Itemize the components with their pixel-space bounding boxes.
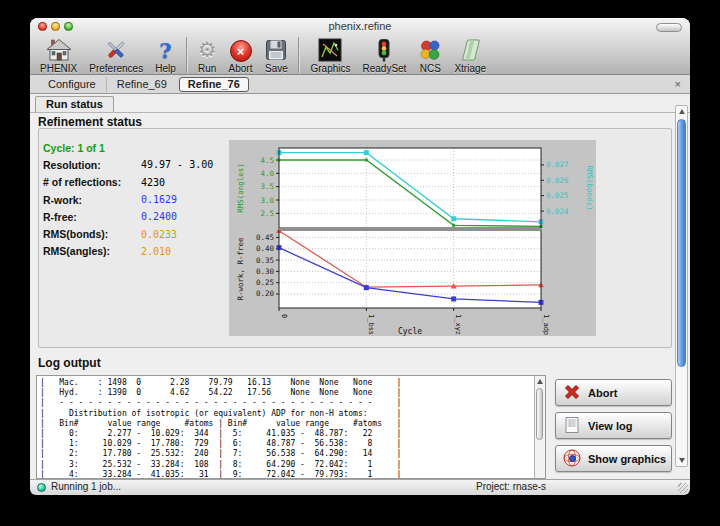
svg-text:0.30: 0.30 <box>256 267 275 276</box>
scroll-down-icon[interactable] <box>679 458 685 463</box>
toolbar-separator <box>298 37 300 73</box>
svg-text:0.45: 0.45 <box>256 233 274 242</box>
crystal-icon <box>458 37 482 62</box>
log-line: | 1: 10.029 - 17.780: 729 | 6: 48.787 - … <box>40 439 545 449</box>
stat-value: 0.1629 <box>141 194 177 205</box>
svg-text:R-work, R-free: R-work, R-free <box>236 237 245 301</box>
svg-text:0: 0 <box>280 314 288 318</box>
toolbar-button-graphics[interactable]: Graphics <box>304 37 356 74</box>
toolbar-button-help[interactable]: ? Help <box>149 37 182 74</box>
toolbar: PHENIX Preferences <box>30 34 690 76</box>
svg-text:0.35: 0.35 <box>256 256 274 265</box>
scroll-up-icon[interactable] <box>537 379 543 384</box>
toolbar-label: Save <box>265 63 288 74</box>
svg-text:3.5: 3.5 <box>260 182 274 191</box>
zoom-window-button[interactable] <box>64 22 73 31</box>
tab-run-status[interactable]: Run status <box>35 96 114 112</box>
toolbar-label: Run <box>198 63 216 74</box>
svg-text:0.026: 0.026 <box>546 176 569 185</box>
stat-value: 0.0233 <box>141 229 177 240</box>
log-line: | Bin# value range #atoms | Bin# value r… <box>40 419 545 429</box>
toolbar-button-readyset[interactable]: ReadySet <box>356 37 412 74</box>
log-line: | 2: 17.780 - 25.532: 240 | 7: 56.538 - … <box>40 449 545 459</box>
toolbar-button-preferences[interactable]: Preferences <box>83 37 149 74</box>
svg-text:0.027: 0.027 <box>546 160 569 169</box>
toolbar-label: Preferences <box>89 63 143 74</box>
log-line: | Hyd. : 1390 0 4.62 54.22 17.56 None No… <box>40 388 545 398</box>
toolbar-label: Abort <box>229 63 253 74</box>
refinement-status-panel: Cycle: 1 of 1 Resolution: 49.97 - 3.00 #… <box>38 128 672 348</box>
log-lines: | Mac. : 1498 0 2.28 79.79 16.13 None No… <box>37 376 545 479</box>
close-window-button[interactable] <box>38 22 47 31</box>
svg-text:RMS(bonds): RMS(bonds) <box>585 165 594 210</box>
tab-refine-76[interactable]: Refine_76 <box>179 77 249 92</box>
svg-text:4.5: 4.5 <box>260 156 274 165</box>
stat-value: 2.010 <box>141 246 171 257</box>
toolbar-label: PHENIX <box>40 63 77 74</box>
stat-label: RMS(angles): <box>43 245 141 257</box>
scrollbar-thumb[interactable] <box>677 119 686 367</box>
stat-label: Resolution: <box>43 159 141 171</box>
window-title: phenix.refine <box>30 18 690 35</box>
stat-label: R-free: <box>43 211 141 223</box>
toolbar-button-save[interactable]: Save <box>258 37 294 74</box>
toolbar-button-ncs[interactable]: NCS <box>412 37 448 74</box>
tab-refine-69[interactable]: Refine_69 <box>107 77 177 92</box>
toolbar-label: Xtriage <box>454 63 486 74</box>
toolbar-button-abort[interactable]: × Abort <box>223 37 259 74</box>
svg-text:0.025: 0.025 <box>546 191 569 200</box>
stat-value: 4230 <box>141 177 165 188</box>
resize-grip[interactable] <box>678 483 688 493</box>
main-content: Run status Refinement status Cycle: 1 of… <box>30 94 690 479</box>
show-graphics-button[interactable]: Show graphics <box>555 445 672 472</box>
help-icon: ? <box>159 37 171 62</box>
svg-text:Cycle: Cycle <box>398 327 422 336</box>
gear-icon: ⚙ <box>198 37 217 62</box>
svg-text:1_xyz: 1_xyz <box>454 314 462 335</box>
svg-text:3.0: 3.0 <box>260 196 274 205</box>
close-tab-icon[interactable]: × <box>675 79 681 90</box>
window-chrome: phenix.refine PHENIX <box>30 18 690 75</box>
toolbar-separator <box>186 37 188 73</box>
abort-button[interactable]: Abort <box>555 379 672 406</box>
log-line: | - - - - - - - - - - - - - - - - - - - … <box>40 398 545 408</box>
log-scrollbar-thumb[interactable] <box>536 388 543 440</box>
svg-text:0.20: 0.20 <box>256 289 275 298</box>
view-log-button[interactable]: View log <box>555 412 672 439</box>
abort-x-icon <box>562 382 582 404</box>
window-controls <box>38 22 73 31</box>
log-scrollbar[interactable] <box>534 376 545 478</box>
tools-icon <box>104 37 128 62</box>
titlebar[interactable]: phenix.refine <box>30 18 690 34</box>
running-status-icon <box>37 483 46 492</box>
toolbar-button-phenix[interactable]: PHENIX <box>34 37 83 74</box>
refinement-status-heading: Refinement status <box>38 115 142 129</box>
minimize-window-button[interactable] <box>51 22 60 31</box>
toolbar-button-run[interactable]: ⚙ Run <box>192 37 223 74</box>
tab-bar: Configure Refine_69 Refine_76 × <box>30 75 690 94</box>
abort-button-label: Abort <box>588 387 617 399</box>
log-line: | 4: 33.284 - 41.035: 31 | 9: 72.042 - 7… <box>40 470 545 479</box>
scroll-up-icon[interactable] <box>679 109 685 114</box>
status-bar: Running 1 job... Project: rnase-s <box>30 479 690 495</box>
toolbar-toggle-button[interactable] <box>656 23 682 32</box>
stat-label: # of reflections: <box>43 176 141 188</box>
log-line: | 3: 25.532 - 33.284: 108 | 8: 64.290 - … <box>40 460 545 470</box>
cycle-label: Cycle: 1 of 1 <box>43 142 141 154</box>
svg-text:0.024: 0.024 <box>546 207 569 216</box>
toolbar-button-xtriage[interactable]: Xtriage <box>448 37 492 74</box>
tab-configure[interactable]: Configure <box>38 77 107 92</box>
vertical-scrollbar[interactable] <box>675 105 688 467</box>
log-line: | 0: 2.277 - 10.029: 344 | 5: 41.035 - 4… <box>40 429 545 439</box>
log-output[interactable]: | Mac. : 1498 0 2.28 79.79 16.13 None No… <box>36 375 546 479</box>
toolbar-label: NCS <box>420 63 441 74</box>
svg-text:0.25: 0.25 <box>256 278 274 287</box>
stat-value: 0.2400 <box>141 211 177 222</box>
svg-text:4.0: 4.0 <box>260 169 274 178</box>
phenix-refine-window: phenix.refine PHENIX <box>30 18 690 492</box>
toolbar-label: ReadySet <box>362 63 406 74</box>
view-log-button-label: View log <box>588 420 632 432</box>
log-output-heading: Log output <box>38 356 101 370</box>
ncs-spheres-icon <box>418 37 442 62</box>
traffic-light-icon <box>372 37 396 62</box>
